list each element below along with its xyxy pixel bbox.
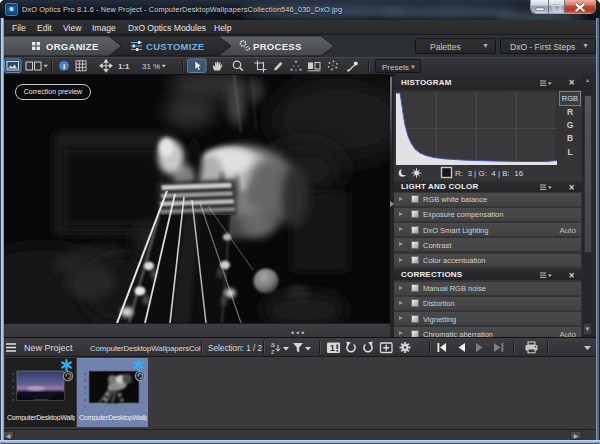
svg-text:ORGANIZE: ORGANIZE bbox=[46, 41, 99, 52]
svg-text:1: 1 bbox=[330, 343, 335, 353]
svg-text:31 %: 31 % bbox=[142, 62, 160, 71]
svg-text:R: 3 | G: 4 | B: 16: R: 3 | G: 4 | B: 16 bbox=[455, 169, 524, 178]
svg-text:PROCESS: PROCESS bbox=[253, 41, 302, 52]
svg-text:1:1: 1:1 bbox=[118, 62, 130, 71]
svg-text:z: z bbox=[271, 348, 274, 355]
svg-text:i: i bbox=[63, 62, 65, 71]
svg-text:CUSTOMIZE: CUSTOMIZE bbox=[146, 41, 204, 52]
